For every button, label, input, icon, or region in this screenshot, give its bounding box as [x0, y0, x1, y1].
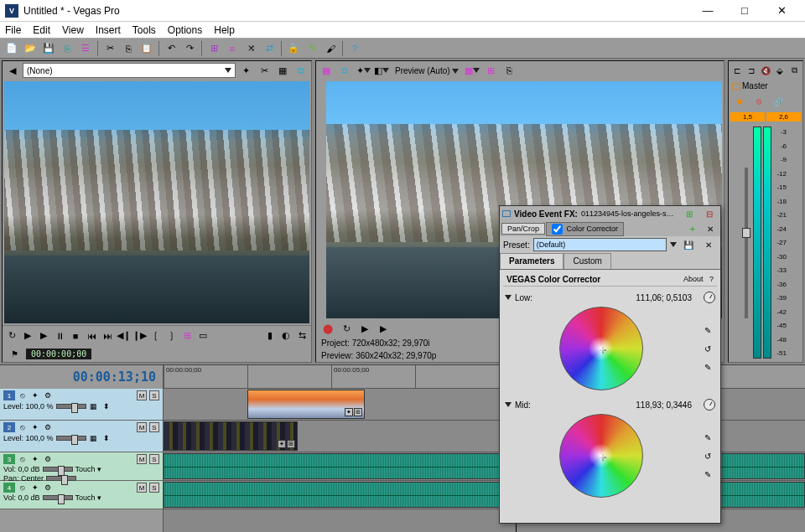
track-number[interactable]: 2: [3, 422, 15, 432]
maximize-button[interactable]: □: [733, 4, 756, 17]
trimmer-split-icon[interactable]: ✂: [256, 62, 273, 79]
fx-enable-checkbox[interactable]: [552, 224, 563, 235]
track-bypass-icon[interactable]: ⦸: [18, 483, 28, 493]
prev-device-icon[interactable]: ▦: [318, 62, 335, 79]
color-wheel-1[interactable]: [559, 414, 643, 498]
track-header-4[interactable]: 4 ⦸ ✦ ⚙ M SVol: 0,0 dB Touch ▾: [0, 481, 163, 509]
cursor-timecode[interactable]: 00:00:13;10: [73, 369, 156, 385]
paste-icon[interactable]: 📋: [138, 40, 155, 57]
menu-options[interactable]: Options: [168, 24, 202, 36]
mute-button[interactable]: M: [137, 422, 147, 432]
open-icon[interactable]: 📂: [22, 40, 39, 57]
fx-chain-del-icon[interactable]: ✕: [702, 220, 719, 237]
go-end-icon[interactable]: ⏭: [100, 328, 115, 343]
clip-video-2[interactable]: ✦⊞: [164, 421, 298, 451]
fx-chain-pancrop[interactable]: Pan/Crop: [501, 223, 545, 235]
master-out-icon[interactable]: ⊐: [745, 62, 757, 79]
mark-in-icon[interactable]: ❲: [148, 328, 163, 343]
trimmer-fx-icon[interactable]: ✦: [237, 62, 254, 79]
eyedropper-add-icon[interactable]: ✎: [702, 431, 714, 443]
plugin-about-link[interactable]: About: [683, 275, 704, 283]
prev-fx-icon[interactable]: ✦: [355, 62, 371, 79]
clip-pan-icon[interactable]: ⊞: [354, 408, 362, 416]
solo-button[interactable]: S: [149, 390, 159, 400]
save-icon[interactable]: 💾: [40, 40, 57, 57]
add-media-icon[interactable]: ⊞: [179, 328, 195, 343]
master-link-icon[interactable]: 🔗: [770, 93, 787, 110]
lock-icon[interactable]: 🔒: [285, 40, 302, 57]
track-number[interactable]: 1: [3, 390, 15, 400]
track-auto-icon[interactable]: ⚙: [43, 483, 53, 493]
redo-icon[interactable]: ↷: [181, 40, 198, 57]
mute-button[interactable]: M: [137, 483, 147, 493]
video-event-fx-window[interactable]: Video Event FX: 011234945-los-angeles-su…: [499, 205, 721, 524]
tab-parameters[interactable]: Parameters: [500, 253, 564, 269]
preset-dropdown-icon[interactable]: [670, 242, 677, 247]
fx-remove-icon[interactable]: ⊟: [701, 205, 718, 222]
track-auto-icon[interactable]: ⚙: [43, 454, 53, 464]
preview-quality[interactable]: Preview (Auto): [392, 66, 462, 75]
master-ext-icon[interactable]: ⧉: [788, 62, 801, 79]
master-fader[interactable]: [742, 228, 750, 238]
trimmer-combo[interactable]: (None): [23, 63, 236, 78]
peak-right[interactable]: 2,6: [766, 112, 801, 121]
menu-file[interactable]: File: [5, 24, 21, 36]
clip-fx-icon[interactable]: ✦: [278, 440, 286, 448]
undo-icon[interactable]: ↶: [163, 40, 179, 57]
level-slider[interactable]: [56, 404, 86, 409]
mute-button[interactable]: M: [137, 454, 147, 464]
track-header-1[interactable]: 1 ⦸ ✦ ⚙ M SLevel: 100,0 % ▦ ⬍: [0, 389, 163, 421]
prev-copy-icon[interactable]: ⎘: [501, 62, 517, 79]
prev-loop-icon[interactable]: ↻: [338, 320, 355, 337]
fx-add-icon[interactable]: ⊞: [681, 205, 698, 222]
track-header-2[interactable]: 2 ⦸ ✦ ⚙ M SLevel: 100,0 % ▦ ⬍: [0, 421, 163, 452]
track-auto-icon[interactable]: ⚙: [43, 422, 53, 432]
solo-button[interactable]: S: [149, 422, 159, 432]
prev-frame-icon[interactable]: ◀❙: [116, 328, 131, 343]
marker-icon[interactable]: ▮: [262, 328, 278, 343]
prev-split-icon[interactable]: ◧: [373, 62, 390, 79]
region-icon[interactable]: ▭: [195, 328, 210, 343]
preset-save-icon[interactable]: 💾: [680, 236, 697, 253]
track-bypass-icon[interactable]: ⦸: [18, 454, 28, 464]
shuttle-icon[interactable]: ⇆: [294, 328, 309, 343]
pan-slider[interactable]: [46, 476, 76, 481]
cut-icon[interactable]: ✂: [101, 40, 118, 57]
stop-icon[interactable]: ■: [68, 328, 83, 343]
track-fx-icon[interactable]: ✦: [30, 454, 40, 464]
master-fx-icon[interactable]: ✹: [731, 93, 748, 110]
loop-icon[interactable]: ↻: [4, 328, 19, 343]
eyedropper-add-icon[interactable]: ✎: [702, 324, 714, 336]
preset-delete-icon[interactable]: ✕: [700, 236, 717, 253]
ignore-icon[interactable]: ✎: [304, 40, 320, 57]
track-bypass-icon[interactable]: ⦸: [18, 390, 28, 400]
prev-play-icon[interactable]: ▶: [375, 320, 392, 337]
color-wheel-0[interactable]: [559, 307, 643, 390]
mark-out-icon[interactable]: ❳: [164, 328, 179, 343]
clip-fx-icon[interactable]: ✦: [345, 408, 353, 416]
eyedropper-reset-icon[interactable]: ↺: [702, 450, 714, 462]
parent-icon[interactable]: ⬍: [101, 433, 112, 443]
automation-mode[interactable]: Touch ▾: [75, 493, 102, 502]
brush-icon[interactable]: 🖌: [322, 40, 339, 57]
menu-tools[interactable]: Tools: [132, 24, 156, 36]
prev-playstart-icon[interactable]: ▶: [356, 320, 373, 337]
properties-icon[interactable]: ☰: [77, 40, 94, 57]
autoripple-icon[interactable]: ⇄: [261, 40, 278, 57]
track-fx-icon[interactable]: ✦: [30, 422, 40, 432]
master-dim-icon[interactable]: ⬙: [774, 62, 787, 79]
prev-overlay-icon[interactable]: ▩: [464, 62, 480, 79]
vol-slider[interactable]: [43, 467, 73, 472]
comp-mode-icon[interactable]: ▦: [89, 401, 99, 411]
pause-icon[interactable]: ⏸: [52, 328, 67, 343]
trimmer-flag-icon[interactable]: ⚑: [6, 345, 23, 362]
prev-snap-icon[interactable]: ⊞: [482, 62, 499, 79]
copy-icon[interactable]: ⎘: [120, 40, 137, 57]
next-frame-icon[interactable]: ❙▶: [132, 328, 147, 343]
go-start-icon[interactable]: ⏮: [84, 328, 99, 343]
menu-insert[interactable]: Insert: [96, 24, 121, 36]
trimmer-more-icon[interactable]: ▦: [274, 62, 291, 79]
master-mute-icon[interactable]: 🔇: [759, 62, 771, 79]
vol-slider[interactable]: [43, 495, 73, 500]
mute-button[interactable]: M: [137, 390, 147, 400]
